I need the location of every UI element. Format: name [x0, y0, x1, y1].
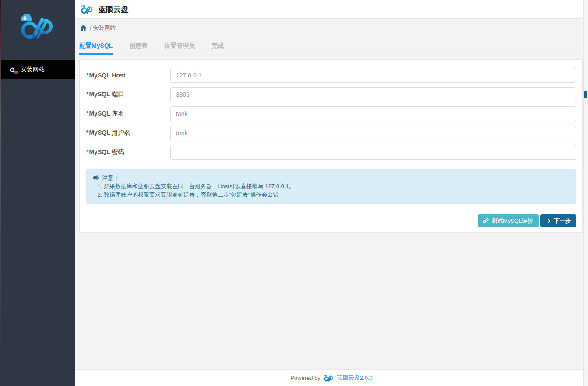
- tab-finish[interactable]: 完成: [211, 37, 224, 55]
- required-asterisk: *: [86, 148, 88, 155]
- form-row-port: *MySQL 端口: [86, 87, 576, 102]
- bullhorn-icon: [93, 175, 99, 181]
- form-row-username: *MySQL 用户名: [86, 126, 576, 140]
- app-title: 蓝眼云盘: [99, 4, 128, 14]
- mysql-config-panel: *MySQL Host *MySQL 端口 *MySQL 库名 *MySQL 用…: [79, 59, 583, 233]
- button-row: 测试MySQL连接 下一步: [86, 214, 576, 227]
- next-button-label: 下一步: [554, 217, 571, 225]
- required-asterisk: *: [86, 110, 88, 117]
- required-asterisk: *: [86, 91, 88, 98]
- cogs-icon: ⚙⚙: [9, 67, 15, 73]
- scrollbar-thumb[interactable]: [584, 91, 587, 98]
- note-list: 如果数据库和蓝眼云盘安装在同一台服务器，Host可以直接填写 127.0.0.1…: [93, 182, 569, 199]
- form-row-dbname: *MySQL 库名: [86, 106, 576, 121]
- test-mysql-connection-button[interactable]: 测试MySQL连接: [478, 214, 539, 227]
- test-button-label: 测试MySQL连接: [492, 217, 533, 225]
- mysql-dbname-input[interactable]: [170, 106, 576, 121]
- breadcrumb: / 安装网站: [75, 19, 588, 37]
- tab-configure-mysql[interactable]: 配置MySQL: [79, 37, 113, 55]
- footer-version-link[interactable]: 蓝眼云盘2.0.0: [337, 374, 373, 382]
- mysql-password-label-text: MySQL 密码: [89, 148, 124, 155]
- note-title: 注意：: [102, 174, 119, 182]
- main-area: 蓝眼云盘 / 安装网站 配置MySQL 创建表 设置管理员 完成 *MySQL …: [75, 0, 588, 386]
- vertical-scrollbar[interactable]: [583, 0, 588, 386]
- sidebar-item-label: 安装网站: [20, 66, 45, 74]
- required-asterisk: *: [86, 72, 88, 79]
- link-icon: [483, 218, 489, 224]
- mysql-dbname-label: *MySQL 库名: [86, 110, 170, 118]
- sidebar-edge-strip: [0, 0, 1, 386]
- sidebar: ⚙⚙ 安装网站: [0, 0, 75, 386]
- note-item: 数据库账户的权限要求要能够创建表，否则第二步"创建表"操作会出错: [104, 190, 569, 199]
- mysql-port-label: *MySQL 端口: [86, 91, 170, 98]
- tab-create-tables[interactable]: 创建表: [129, 37, 148, 55]
- required-asterisk: *: [86, 129, 88, 136]
- mysql-username-label: *MySQL 用户名: [86, 129, 170, 137]
- arrow-right-icon: [546, 218, 551, 224]
- wizard-tabs: 配置MySQL 创建表 设置管理员 完成: [75, 37, 588, 54]
- tab-set-admin[interactable]: 设置管理员: [164, 37, 195, 55]
- mysql-dbname-label-text: MySQL 库名: [89, 110, 124, 117]
- form-row-host: *MySQL Host: [86, 68, 576, 83]
- breadcrumb-home-link[interactable]: [80, 25, 87, 31]
- next-step-button[interactable]: 下一步: [540, 214, 576, 227]
- content: / 安装网站 配置MySQL 创建表 设置管理员 完成 *MySQL Host …: [75, 19, 588, 369]
- mysql-port-input[interactable]: [170, 87, 576, 102]
- powered-by-text: Powered by: [290, 375, 320, 381]
- sidebar-logo: [0, 0, 75, 60]
- sidebar-item-install-site[interactable]: ⚙⚙ 安装网站: [0, 60, 75, 79]
- mysql-password-input[interactable]: [170, 145, 576, 160]
- home-icon: [80, 25, 87, 31]
- mysql-username-input[interactable]: [170, 126, 576, 140]
- note-title-row: 注意：: [93, 174, 569, 182]
- mysql-password-label: *MySQL 密码: [86, 148, 170, 156]
- mysql-host-input[interactable]: [170, 68, 576, 83]
- mysql-port-label-text: MySQL 端口: [89, 91, 124, 98]
- note-item: 如果数据库和蓝眼云盘安装在同一台服务器，Host可以直接填写 127.0.0.1…: [104, 182, 569, 190]
- footer: Powered by 蓝眼云盘2.0.0: [75, 369, 588, 386]
- footer-logo-icon: [323, 375, 334, 382]
- mysql-host-label: *MySQL Host: [86, 72, 170, 79]
- form-row-password: *MySQL 密码: [86, 145, 576, 160]
- breadcrumb-path: / 安装网站: [90, 24, 116, 32]
- header-logo-icon: [80, 5, 95, 14]
- note-box: 注意： 如果数据库和蓝眼云盘安装在同一台服务器，Host可以直接填写 127.0…: [86, 169, 576, 204]
- top-header: 蓝眼云盘: [75, 0, 588, 19]
- mysql-host-label-text: MySQL Host: [89, 72, 125, 79]
- mysql-username-label-text: MySQL 用户名: [89, 129, 130, 136]
- cloud-infinity-logo-icon: [17, 14, 59, 40]
